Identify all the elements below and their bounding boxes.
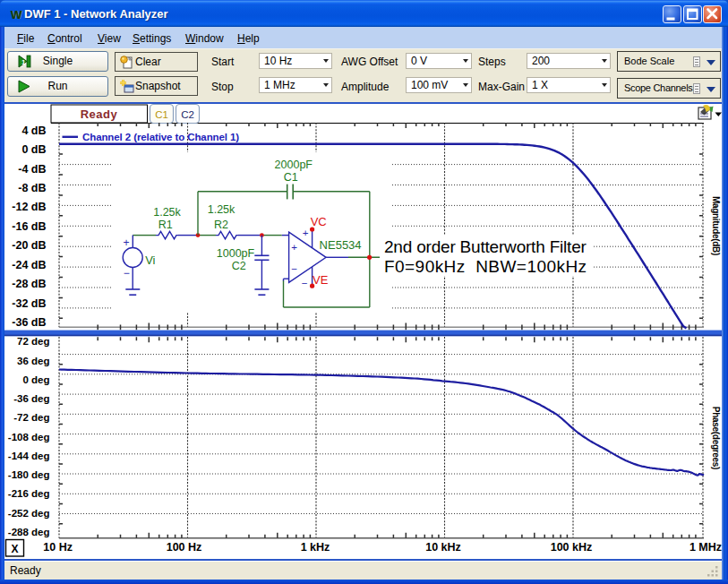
svg-text:-252 deg: -252 deg xyxy=(8,508,50,519)
svg-text:10 kHz: 10 kHz xyxy=(425,541,461,554)
svg-text:−: − xyxy=(302,278,308,288)
svg-text:R2: R2 xyxy=(214,219,228,231)
svg-text:1 MHz: 1 MHz xyxy=(689,541,722,554)
svg-text:1000pF: 1000pF xyxy=(217,247,255,260)
svg-text:1.25k: 1.25k xyxy=(208,203,236,216)
svg-text:-216 deg: -216 deg xyxy=(8,488,50,499)
svg-text:VC: VC xyxy=(311,215,327,228)
svg-text:0 deg: 0 deg xyxy=(22,374,49,385)
svg-text:36 deg: 36 deg xyxy=(17,356,49,366)
svg-text:100 Hz: 100 Hz xyxy=(167,541,202,554)
svg-text:X: X xyxy=(11,543,18,555)
svg-text:Vi: Vi xyxy=(145,253,155,267)
svg-text:Magnitude(dB): Magnitude(dB) xyxy=(711,196,721,255)
svg-text:−: − xyxy=(124,267,130,279)
svg-text:0 dB: 0 dB xyxy=(21,143,46,156)
svg-text:-72 deg: -72 deg xyxy=(13,412,49,423)
svg-text:C2: C2 xyxy=(181,109,194,120)
svg-text:C1: C1 xyxy=(284,171,298,184)
svg-text:-36 dB: -36 dB xyxy=(12,316,46,329)
svg-text:10 Hz: 10 Hz xyxy=(43,541,73,554)
svg-text:-8 dB: -8 dB xyxy=(18,182,46,194)
svg-text:1.25k: 1.25k xyxy=(153,206,181,219)
svg-text:Channel 2 (relative to Channel: Channel 2 (relative to Channel 1) xyxy=(82,132,239,142)
svg-text:-12 dB: -12 dB xyxy=(12,201,46,213)
svg-text:72 deg: 72 deg xyxy=(17,336,49,347)
svg-text:4 dB: 4 dB xyxy=(21,125,46,137)
svg-text:100 kHz: 100 kHz xyxy=(551,541,593,554)
svg-text:Phase(degrees): Phase(degrees) xyxy=(711,407,721,469)
svg-text:-288 deg: -288 deg xyxy=(8,527,50,537)
svg-text:-24 dB: -24 dB xyxy=(12,259,46,271)
svg-text:−: − xyxy=(291,263,297,274)
svg-text:VE: VE xyxy=(313,273,329,287)
svg-text:-36 deg: -36 deg xyxy=(13,393,49,404)
svg-text:C1: C1 xyxy=(155,109,168,120)
svg-text:-144 deg: -144 deg xyxy=(8,451,50,461)
svg-text:-32 dB: -32 dB xyxy=(12,297,46,310)
svg-text:+: + xyxy=(291,242,297,253)
svg-text:-180 deg: -180 deg xyxy=(8,469,50,480)
svg-text:-28 dB: -28 dB xyxy=(12,278,46,290)
svg-text:Ready: Ready xyxy=(81,107,118,121)
svg-text:+: + xyxy=(303,228,309,238)
svg-text:NE5534: NE5534 xyxy=(320,238,362,252)
svg-text:2000pF: 2000pF xyxy=(275,159,313,171)
svg-text:-4 dB: -4 dB xyxy=(18,163,46,176)
svg-text:-20 dB: -20 dB xyxy=(12,239,46,252)
svg-text:-16 dB: -16 dB xyxy=(12,220,46,233)
svg-text:1 kHz: 1 kHz xyxy=(301,541,330,554)
svg-text:R1: R1 xyxy=(158,219,173,231)
svg-text:-108 deg: -108 deg xyxy=(8,432,50,442)
svg-text:+: + xyxy=(123,236,129,249)
svg-text:2nd order Butterworth Filter: 2nd order Butterworth Filter xyxy=(384,237,587,256)
svg-text:F0=90kHz NBW=100kHz: F0=90kHz NBW=100kHz xyxy=(384,257,587,276)
svg-text:C2: C2 xyxy=(232,260,246,272)
